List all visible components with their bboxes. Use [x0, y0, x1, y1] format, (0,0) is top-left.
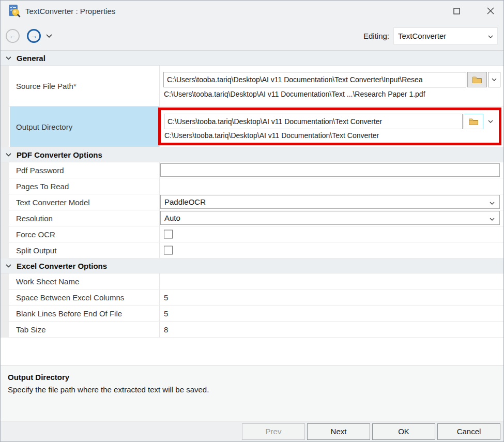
pdf-password-input[interactable]: [160, 163, 500, 177]
red-highlight-box: C:\Users\tooba.tariq\Desktop\AI v11 Docu…: [158, 108, 501, 145]
output-directory-label[interactable]: Output Directory: [10, 106, 160, 147]
source-file-path-display: C:\Users\tooba.tariq\Desktop\AI v11 Docu…: [163, 90, 500, 98]
source-file-path-value-cell: C:\Users\tooba.tariq\Desktop\AI v11 Docu…: [160, 66, 503, 106]
back-icon: ←: [6, 29, 20, 43]
ok-button[interactable]: OK: [372, 423, 435, 440]
tab-size-label[interactable]: Tab Size: [10, 322, 160, 337]
row-pdf-password: Pdf Password: [1, 162, 503, 178]
blank-lines-before-end-of-file-label[interactable]: Blank Lines Before End Of File: [10, 306, 160, 321]
row-gutter: [1, 66, 10, 106]
row-work-sheet-name: Work Sheet Name: [1, 273, 503, 289]
section-header-pdf-options[interactable]: PDF Converter Options: [1, 147, 503, 162]
properties-window: TextConverter : Properties ← → Editing: …: [0, 0, 504, 442]
editing-label: Editing:: [363, 32, 389, 40]
description-title: Output Directory: [8, 373, 496, 382]
forward-icon[interactable]: →: [27, 29, 41, 43]
space-between-excel-columns-value-cell[interactable]: 5: [160, 289, 503, 305]
row-split-output: Split Output: [1, 242, 503, 258]
output-directory-value-cell: C:\Users\tooba.tariq\Desktop\AI v11 Docu…: [160, 106, 503, 147]
chevron-down-icon: [488, 31, 493, 40]
row-gutter: [1, 306, 10, 321]
chevron-down-icon: [490, 214, 495, 223]
text-converter-model-value: PaddleOCR: [164, 197, 490, 206]
pages-to-read-label[interactable]: Pages To Read: [10, 178, 160, 194]
row-space-between-excel-columns: Space Between Excel Columns 5: [1, 289, 503, 306]
row-tab-size: Tab Size 8: [1, 322, 503, 338]
text-converter-model-dropdown[interactable]: PaddleOCR: [160, 195, 500, 209]
editing-dropdown-value: TextConverter: [398, 32, 488, 40]
pdf-password-value-cell: [160, 162, 503, 178]
collapse-chevron-icon: [6, 56, 11, 60]
row-gutter: [1, 322, 10, 337]
row-output-directory: Output Directory: [1, 106, 503, 147]
maximize-icon[interactable]: [448, 3, 465, 19]
row-gutter: [1, 226, 10, 242]
grid-filler: [1, 338, 503, 365]
text-converter-model-value-cell: PaddleOCR: [160, 194, 503, 210]
section-title: General: [17, 54, 45, 63]
resolution-label[interactable]: Resolution: [10, 210, 160, 226]
force-ocr-label[interactable]: Force OCR: [10, 226, 160, 242]
row-gutter: [1, 178, 10, 194]
button-bar: Prev Next OK Cancel: [1, 421, 503, 441]
path-dropdown-icon[interactable]: [488, 72, 500, 87]
work-sheet-name-value-cell[interactable]: [160, 273, 503, 289]
description-panel: Output Directory Specify the file path w…: [1, 365, 503, 421]
row-blank-lines-before-end-of-file: Blank Lines Before End Of File 5: [1, 306, 503, 322]
collapse-chevron-icon: [6, 153, 11, 157]
output-directory-display: C:\Users\tooba.tariq\Desktop\AI v11 Docu…: [164, 131, 497, 140]
title-bar: TextConverter : Properties: [1, 1, 503, 21]
tab-size-value: 8: [164, 325, 168, 334]
row-resolution: Resolution Auto: [1, 210, 503, 226]
row-gutter: [1, 289, 10, 305]
resolution-value: Auto: [164, 214, 490, 222]
split-output-label[interactable]: Split Output: [10, 242, 160, 258]
tab-size-value-cell[interactable]: 8: [160, 322, 503, 337]
cancel-button[interactable]: Cancel: [437, 423, 500, 440]
text-converter-model-label[interactable]: Text Converter Model: [10, 194, 160, 210]
nav-history-chevron-icon[interactable]: [46, 34, 52, 38]
row-gutter: [1, 242, 10, 258]
prev-button: Prev: [242, 423, 305, 440]
pages-to-read-value-cell[interactable]: [160, 178, 503, 194]
editing-dropdown[interactable]: TextConverter: [393, 27, 498, 44]
close-icon[interactable]: [482, 3, 499, 19]
blank-lines-before-end-of-file-value-cell[interactable]: 5: [160, 306, 503, 321]
pdf-password-label[interactable]: Pdf Password: [10, 162, 160, 178]
toolbar: ← → Editing: TextConverter: [1, 21, 503, 51]
row-gutter: [1, 273, 10, 289]
section-title: PDF Converter Options: [17, 150, 102, 159]
split-output-value-cell: [160, 242, 503, 258]
resolution-value-cell: Auto: [160, 210, 503, 226]
blank-lines-before-end-of-file-value: 5: [164, 309, 168, 318]
force-ocr-checkbox[interactable]: [164, 230, 173, 239]
browse-folder-icon[interactable]: [464, 114, 483, 129]
force-ocr-value-cell: [160, 226, 503, 242]
path-dropdown-icon[interactable]: [484, 114, 497, 129]
space-between-excel-columns-label[interactable]: Space Between Excel Columns: [10, 289, 160, 305]
browse-folder-icon[interactable]: [467, 72, 487, 87]
row-text-converter-model: Text Converter Model PaddleOCR: [1, 194, 503, 210]
row-gutter: [1, 106, 10, 147]
description-text: Specify the file path where the extracte…: [8, 385, 496, 394]
row-source-file-path: Source File Path*: [1, 66, 503, 106]
row-gutter: [1, 162, 10, 178]
section-title: Excel Converter Options: [17, 262, 107, 270]
section-header-general[interactable]: General: [1, 51, 503, 66]
section-header-excel-options[interactable]: Excel Converter Options: [1, 258, 503, 273]
app-icon: [7, 4, 21, 18]
row-gutter: [1, 210, 10, 226]
resolution-dropdown[interactable]: Auto: [160, 211, 500, 225]
source-file-path-label[interactable]: Source File Path*: [10, 66, 160, 106]
space-between-excel-columns-value: 5: [164, 293, 168, 302]
collapse-chevron-icon: [6, 264, 11, 268]
work-sheet-name-label[interactable]: Work Sheet Name: [10, 273, 160, 289]
row-gutter: [1, 194, 10, 210]
property-grid: General Source File Path*: [1, 51, 503, 365]
output-directory-input[interactable]: [164, 114, 463, 129]
next-button[interactable]: Next: [307, 423, 370, 440]
window-title: TextConverter : Properties: [25, 7, 115, 16]
split-output-checkbox[interactable]: [164, 246, 173, 255]
row-pages-to-read: Pages To Read: [1, 178, 503, 194]
source-file-path-input[interactable]: [163, 72, 466, 87]
